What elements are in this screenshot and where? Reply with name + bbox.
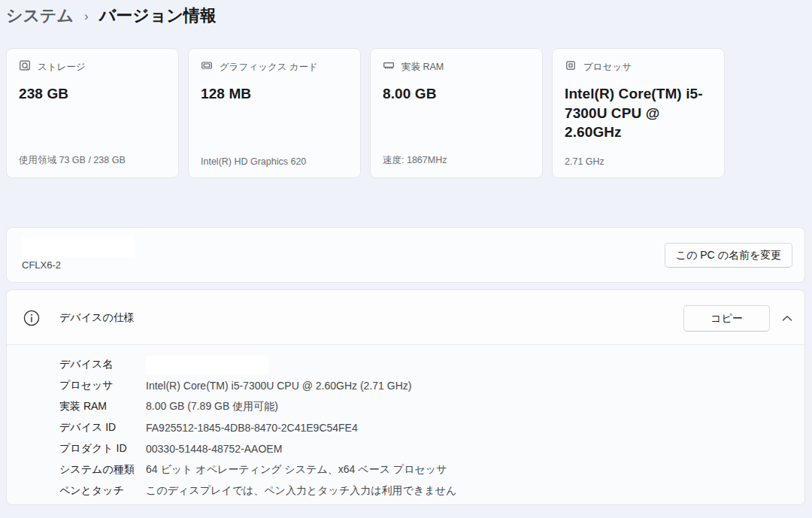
graphics-card: グラフィックス カード 128 MB Intel(R) HD Graphics … — [188, 48, 361, 178]
device-spec-expander-header[interactable]: デバイスの仕様 コピー — [7, 290, 804, 345]
spec-value: Intel(R) Core(TM) i5-7300U CPU @ 2.60GHz… — [146, 380, 411, 392]
device-name-redaction-box — [146, 356, 268, 374]
spec-row-system-type: システムの種類 64 ビット オペレーティング システム、x64 ベース プロセ… — [7, 459, 804, 480]
ram-card: 実装 RAM 8.00 GB 速度: 1867MHz — [370, 48, 543, 178]
breadcrumb-separator-icon: › — [84, 8, 89, 24]
spec-label: システムの種類 — [59, 463, 141, 477]
spec-row-device-name: デバイス名 — [7, 354, 804, 375]
graphics-card-detail: Intel(R) HD Graphics 620 — [201, 156, 348, 167]
processor-card: プロセッサ Intel(R) Core(TM) i5-7300U CPU @ 2… — [552, 48, 725, 178]
breadcrumb-system[interactable]: システム — [6, 5, 74, 27]
rename-pc-button[interactable]: この PC の名前を変更 — [665, 243, 792, 268]
ram-card-label: 実装 RAM — [401, 61, 444, 74]
pc-name-redaction-box — [22, 237, 135, 258]
pc-name-panel: CFLX6-2 この PC の名前を変更 — [6, 227, 805, 283]
cpu-icon — [565, 59, 577, 74]
storage-card-value: 238 GB — [19, 84, 166, 104]
spec-value: このディスプレイでは、ペン入力とタッチ入力は利用できません — [146, 484, 456, 498]
breadcrumb: システム › バージョン情報 — [6, 5, 217, 27]
device-spec-title: デバイスの仕様 — [59, 311, 135, 325]
spec-row-pen-touch: ペンとタッチ このディスプレイでは、ペン入力とタッチ入力は利用できません — [7, 480, 804, 501]
device-spec-panel: デバイスの仕様 コピー デバイス名 プロセッサ Intel(R) Core(TM… — [6, 289, 805, 505]
processor-card-header: プロセッサ — [565, 59, 712, 74]
device-spec-body: デバイス名 プロセッサ Intel(R) Core(TM) i5-7300U C… — [7, 345, 804, 504]
spec-row-installed-ram: 実装 RAM 8.00 GB (7.89 GB 使用可能) — [7, 396, 804, 417]
ram-card-detail: 速度: 1867MHz — [383, 154, 530, 167]
spec-row-processor: プロセッサ Intel(R) Core(TM) i5-7300U CPU @ 2… — [7, 375, 804, 396]
spec-label: プロダクト ID — [59, 442, 141, 456]
pc-name-value: CFLX6-2 — [22, 259, 61, 271]
gpu-icon — [201, 59, 213, 74]
storage-icon — [19, 59, 31, 74]
spec-label: 実装 RAM — [59, 400, 141, 413]
info-icon — [23, 310, 40, 329]
storage-card-label: ストレージ — [38, 61, 86, 74]
ram-card-value: 8.00 GB — [383, 84, 530, 104]
spec-label: デバイス名 — [59, 358, 141, 371]
storage-card-detail: 使用領域 73 GB / 238 GB — [19, 154, 166, 167]
processor-card-label: プロセッサ — [583, 61, 632, 74]
page-title: バージョン情報 — [99, 5, 217, 27]
processor-card-detail: 2.71 GHz — [565, 156, 712, 167]
graphics-card-label: グラフィックス カード — [220, 61, 318, 74]
spec-row-device-id: デバイス ID FA925512-1845-4DB8-8470-2C41E9C5… — [7, 417, 804, 438]
spec-label: デバイス ID — [59, 421, 141, 435]
spec-label: ペンとタッチ — [59, 484, 141, 498]
graphics-card-header: グラフィックス カード — [201, 59, 348, 74]
spec-value: FA925512-1845-4DB8-8470-2C41E9C54FE4 — [146, 422, 358, 434]
ram-card-header: 実装 RAM — [383, 59, 530, 74]
processor-card-value: Intel(R) Core(TM) i5-7300U CPU @ 2.60GHz — [565, 84, 712, 142]
ram-icon — [383, 59, 395, 74]
spec-value: 8.00 GB (7.89 GB 使用可能) — [146, 400, 278, 413]
storage-card-header: ストレージ — [19, 59, 166, 74]
copy-button[interactable]: コピー — [683, 305, 770, 332]
graphics-card-value: 128 MB — [201, 84, 348, 104]
storage-card: ストレージ 238 GB 使用領域 73 GB / 238 GB — [6, 48, 179, 178]
spec-row-product-id: プロダクト ID 00330-51448-48752-AAOEM — [7, 438, 804, 459]
chevron-up-icon[interactable] — [774, 304, 801, 332]
spec-label: プロセッサ — [59, 379, 141, 392]
spec-value: 00330-51448-48752-AAOEM — [146, 443, 282, 455]
spec-value: 64 ビット オペレーティング システム、x64 ベース プロセッサ — [146, 463, 447, 477]
